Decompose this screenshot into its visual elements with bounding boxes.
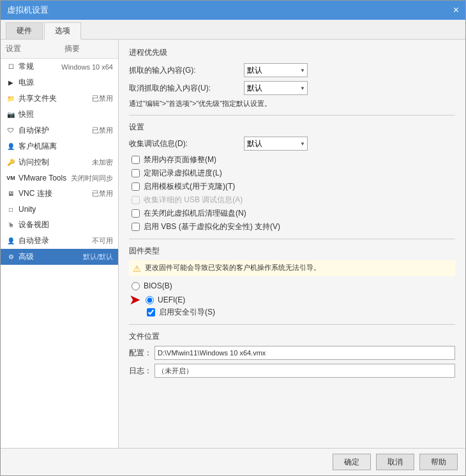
sidebar-item-vnc[interactable]: 🖥 VNC 连接 已禁用 (1, 186, 118, 202)
settings-section-title: 设置 (129, 122, 455, 133)
bios-radio-row: BIOS(B) (129, 281, 455, 290)
file-section: 文件位置 配置： 日志： (129, 331, 455, 378)
divider-3 (129, 324, 455, 325)
guest-isolation-icon: 👤 (6, 142, 16, 152)
firmware-warning-text: 更改固件可能会导致已安装的客户机操作系统无法引导。 (145, 263, 320, 272)
sidebar-item-vmware-tools[interactable]: VM VMware Tools 关闭时间同步 (1, 170, 118, 186)
uefi-section: ➤ UEFI(E) (129, 293, 455, 307)
disable-mem-label: 禁用内存页面修整(M) (144, 154, 216, 165)
config-file-label: 配置： (129, 348, 154, 359)
divider-2 (129, 239, 455, 239)
sidebar-item-snapshot[interactable]: 📷 快照 (1, 107, 118, 123)
uefi-label: UEFI(E) (158, 295, 185, 304)
help-button[interactable]: 帮助 (419, 454, 458, 470)
secure-boot-row: 启用安全引导(S) (129, 307, 455, 318)
usb-debug-checkbox[interactable] (132, 196, 140, 204)
bios-label: BIOS(B) (144, 281, 172, 290)
content-area: 设置 摘要 ☐ 常规 Windows 10 x64 ▶ 电源 📁 共享文件夹 已… (1, 40, 465, 448)
checkbox-row-template: 启用模板模式(用于克隆)(T) (129, 181, 455, 192)
cancel-capture-row: 取消抓取的输入内容(U): 默认 (129, 81, 455, 95)
sidebar-item-auto-login[interactable]: 👤 自动登录 不可用 (1, 233, 118, 249)
capture-select[interactable]: 默认 (244, 63, 308, 77)
disable-mem-checkbox[interactable] (132, 156, 140, 164)
cancel-capture-label: 取消抓取的输入内容(U): (129, 83, 244, 94)
shared-folder-icon: 📁 (6, 94, 16, 104)
log-file-label: 日志： (129, 366, 154, 376)
warning-icon: ⚠ (133, 264, 141, 274)
cancel-capture-select-wrapper: 默认 (244, 81, 308, 95)
sidebar-item-shared-folder[interactable]: 📁 共享文件夹 已禁用 (1, 91, 118, 107)
secure-boot-label: 启用安全引导(S) (159, 307, 215, 318)
sidebar-item-advanced[interactable]: ⚙ 高级 默认/默认 (1, 249, 118, 265)
sidebar-item-power[interactable]: ▶ 电源 (1, 75, 118, 91)
device-view-icon: 🖱 (6, 220, 16, 230)
sidebar-item-access-control[interactable]: 🔑 访问控制 未加密 (1, 154, 118, 170)
checkbox-row-log-progress: 定期记录虚拟机进度(L) (129, 168, 455, 179)
collect-debug-select-wrapper: 默认 (244, 137, 308, 151)
checkbox-row-clean-disk: 在关闭此虚拟机后清理磁盘(N) (129, 208, 455, 219)
advanced-icon: ⚙ (6, 252, 16, 262)
uefi-radio-row: UEFI(E) (143, 295, 185, 304)
vnc-icon: 🖥 (6, 189, 16, 199)
clean-disk-label: 在关闭此虚拟机后清理磁盘(N) (144, 208, 246, 219)
sidebar-item-guest-isolation[interactable]: 👤 客户机隔离 (1, 138, 118, 154)
secure-boot-checkbox[interactable] (147, 308, 155, 316)
firmware-warning: ⚠ 更改固件可能会导致已安装的客户机操作系统无法引导。 (129, 260, 455, 276)
right-panel: 进程优先级 抓取的输入内容(G): 默认 取消抓取的输入内容(U): 默认 (119, 40, 465, 448)
sidebar-item-unity[interactable]: □ Unity (1, 202, 118, 217)
tab-hardware[interactable]: 硬件 (6, 22, 43, 39)
power-icon: ▶ (6, 78, 16, 88)
unity-icon: □ (6, 204, 16, 214)
usb-debug-label: 收集详细的 USB 调试信息(A) (144, 195, 243, 205)
template-mode-checkbox[interactable] (132, 182, 140, 191)
sidebar-item-auto-protect[interactable]: 🛡 自动保护 已禁用 (1, 123, 118, 138)
red-arrow-icon: ➤ (129, 293, 140, 307)
auto-protect-icon: 🛡 (6, 126, 16, 136)
left-panel-header: 设置 摘要 (1, 40, 118, 59)
title-bar: 虚拟机设置 × (1, 1, 465, 20)
log-file-input[interactable] (154, 364, 455, 378)
clean-disk-checkbox[interactable] (132, 209, 140, 218)
capture-row: 抓取的输入内容(G): 默认 (129, 63, 455, 77)
close-button[interactable]: × (453, 5, 459, 15)
capture-select-wrapper: 默认 (244, 63, 308, 77)
settings-section: 设置 收集调试信息(D): 默认 禁用内存页面修整(M) 定期记录虚拟机进度( (129, 122, 455, 232)
log-progress-checkbox[interactable] (132, 169, 140, 177)
checkbox-row-vbs: 启用 VBS (基于虚拟化的安全性) 支持(V) (129, 221, 455, 232)
priority-note: 通过"编辑">"首选项">"优先级"指定默认设置。 (129, 99, 455, 108)
snapshot-icon: 📷 (6, 110, 16, 120)
sidebar-item-general[interactable]: ☐ 常规 Windows 10 x64 (1, 59, 118, 75)
firmware-section: 固件类型 ⚠ 更改固件可能会导致已安装的客户机操作系统无法引导。 BIOS(B)… (129, 246, 455, 318)
priority-section-title: 进程优先级 (129, 47, 455, 58)
collect-debug-label: 收集调试信息(D): (129, 138, 244, 149)
bottom-bar: 确定 取消 帮助 (1, 448, 465, 475)
left-panel: 设置 摘要 ☐ 常规 Windows 10 x64 ▶ 电源 📁 共享文件夹 已… (1, 40, 119, 448)
vmware-tools-icon: VM (6, 173, 16, 183)
cancel-capture-select[interactable]: 默认 (244, 81, 308, 95)
access-control-icon: 🔑 (6, 158, 16, 168)
log-file-row: 日志： (129, 364, 455, 378)
config-file-row: 配置： (129, 346, 455, 360)
general-icon: ☐ (6, 62, 16, 72)
priority-section: 进程优先级 抓取的输入内容(G): 默认 取消抓取的输入内容(U): 默认 (129, 47, 455, 108)
vbs-label: 启用 VBS (基于虚拟化的安全性) 支持(V) (144, 221, 280, 232)
capture-label: 抓取的输入内容(G): (129, 65, 244, 76)
config-file-input[interactable] (154, 346, 455, 360)
tab-options[interactable]: 选项 (44, 22, 81, 40)
cancel-button[interactable]: 取消 (376, 454, 414, 470)
auto-login-icon: 👤 (6, 236, 16, 246)
sidebar-item-device-view[interactable]: 🖱 设备视图 (1, 217, 118, 233)
bios-radio[interactable] (132, 282, 140, 290)
uefi-radio-container: ➤ UEFI(E) (129, 293, 185, 307)
collect-debug-select[interactable]: 默认 (244, 137, 308, 151)
file-section-title: 文件位置 (129, 331, 455, 342)
checkbox-row-disable-mem: 禁用内存页面修整(M) (129, 154, 455, 165)
collect-debug-row: 收集调试信息(D): 默认 (129, 137, 455, 151)
ok-button[interactable]: 确定 (333, 454, 371, 470)
firmware-section-title: 固件类型 (129, 246, 455, 257)
window-title: 虚拟机设置 (7, 4, 49, 16)
vbs-checkbox[interactable] (132, 223, 140, 231)
divider-1 (129, 115, 455, 115)
uefi-radio[interactable] (146, 296, 154, 304)
log-progress-label: 定期记录虚拟机进度(L) (144, 168, 222, 179)
